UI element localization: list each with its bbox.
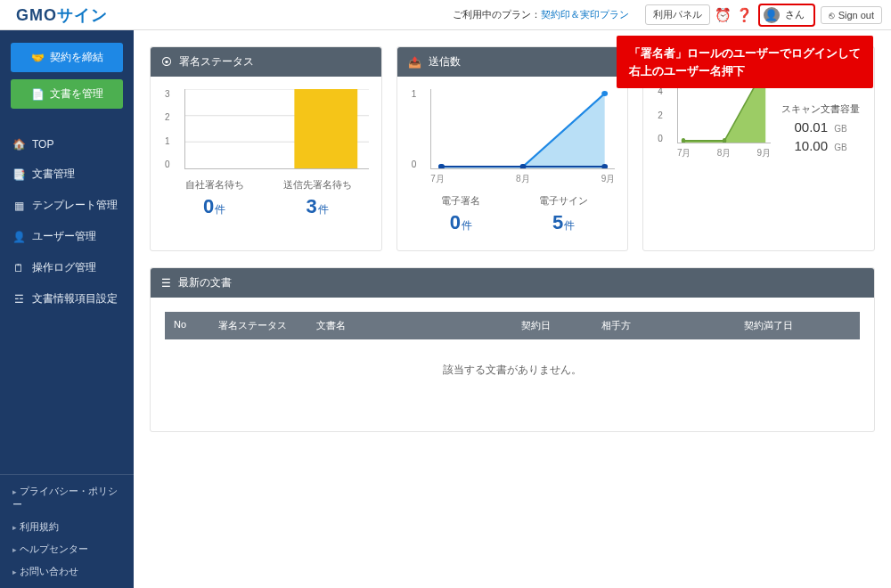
manage-docs-button[interactable]: 📄文書を管理 [11,79,123,109]
svg-point-7 [601,91,608,96]
fields-icon: ☲ [12,293,25,306]
log-icon: 🗒 [12,262,25,274]
sidebar-item-docs[interactable]: 📑文書管理 [0,159,134,190]
card-title: 送信数 [429,54,461,69]
sidebar-footer: プライバシー・ポリシー 利用規約 ヘルプセンター お問い合わせ [0,474,134,588]
sidebar-item-fields[interactable]: ☲文書情報項目設定 [0,283,134,314]
main: ⦿署名ステータス 3210 自社署名待ち [134,30,891,588]
sidebar-item-top[interactable]: 🏠TOP [0,130,134,159]
usage-panel-button[interactable]: 利用パネル [645,4,710,25]
footer-help[interactable]: ヘルプセンター [0,538,134,560]
sidebar-item-logs[interactable]: 🗒操作ログ管理 [0,252,134,283]
x-axis: 7月8月9月 [430,169,615,185]
svg-point-12 [682,138,685,143]
footer-terms[interactable]: 利用規約 [0,516,134,538]
instruction-callout: 「署名者」ロールのユーザーでログインして 右上のユーザー名押下 [617,36,873,88]
logo-sub: サイン [57,6,108,24]
logo: GMOサイン [16,4,108,26]
alarm-icon[interactable]: ⏰ [715,7,732,23]
handshake-icon: 🤝 [31,52,45,64]
bar-chart [184,89,369,169]
table-header: No 署名ステータス 文書名 契約日 相手方 契約満了日 [165,312,860,339]
svg-marker-4 [442,94,605,168]
x-axis: 7月8月9月 [677,143,771,159]
signout-icon: ⎋ [829,10,835,20]
sidebar: 🤝契約を締結 📄文書を管理 🏠TOP 📑文書管理 ▦テンプレート管理 👤ユーザー… [0,30,134,588]
sidebar-item-templates[interactable]: ▦テンプレート管理 [0,190,134,221]
topbar: GMOサイン ご利用中のプラン：契約印＆実印プラン 利用パネル ⏰ ❓ 👤 さん… [0,0,891,30]
metric-esignature: 電子サイン 5件 [512,194,615,234]
user-menu[interactable]: 👤 さん [758,4,815,27]
svg-point-8 [438,164,445,168]
doc-icon: 📑 [12,168,25,181]
help-icon[interactable]: ❓ [737,7,753,23]
card-title: 署名ステータス [179,54,254,69]
panel-title: 最新の文書 [178,275,232,290]
line-chart [430,89,615,169]
create-contract-button[interactable]: 🤝契約を締結 [11,43,123,72]
footer-contact[interactable]: お問い合わせ [0,560,134,583]
card-sign-status: ⦿署名ステータス 3210 自社署名待ち [150,46,382,251]
metric-esign: 電子署名 0件 [410,194,512,234]
signout-button[interactable]: ⎋Sign out [821,6,882,24]
send-icon: 📤 [408,56,421,69]
metric-own-pending: 自社署名待ち 0件 [163,178,266,218]
svg-rect-3 [294,89,357,168]
table-empty: 該当する文書がありません。 [165,339,860,431]
footer-privacy[interactable]: プライバシー・ポリシー [0,480,134,516]
avatar-icon: 👤 [764,7,780,23]
metric-dest-pending: 送信先署名待ち 3件 [266,178,368,218]
user-icon: 👤 [12,231,25,243]
card-send-count: 📤送信数 10 [396,46,629,251]
sidebar-item-users[interactable]: 👤ユーザー管理 [0,221,134,252]
file-icon: 📄 [31,88,45,101]
list-icon: ☰ [161,277,171,290]
y-axis: 3210 [163,89,172,169]
y-axis: 10 [410,89,419,169]
logo-main: GMO [16,6,57,24]
user-suffix: さん [785,8,805,21]
panel-latest-docs: ☰最新の文書 No 署名ステータス 文書名 契約日 相手方 契約満了日 該当する… [150,267,875,432]
check-icon: ⦿ [161,56,172,69]
nav: 🏠TOP 📑文書管理 ▦テンプレート管理 👤ユーザー管理 🗒操作ログ管理 ☲文書… [0,130,134,314]
plan-link[interactable]: 契約印＆実印プラン [541,9,629,20]
plan-label: ご利用中のプラン：契約印＆実印プラン [453,8,629,21]
template-icon: ▦ [12,200,25,212]
home-icon: 🏠 [12,138,25,151]
